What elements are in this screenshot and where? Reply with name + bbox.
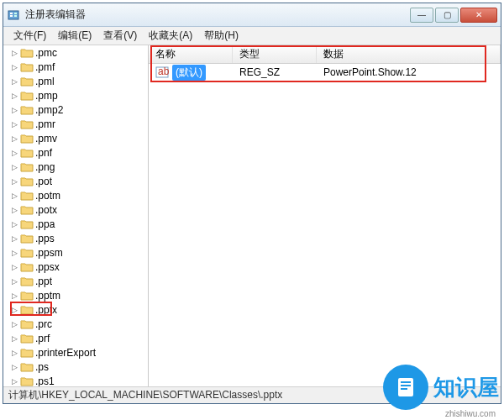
expand-icon[interactable]: ▷	[12, 291, 20, 300]
col-name[interactable]: 名称	[149, 45, 233, 63]
tree-item[interactable]: ▷.ppa	[3, 217, 148, 231]
tree-item[interactable]: ▷.pptm	[3, 288, 148, 302]
expand-icon[interactable]: ▷	[12, 206, 20, 214]
tree-item-label: .pmc	[35, 47, 57, 59]
tree-item[interactable]: ▷.pmr	[3, 117, 148, 131]
tree-item-label: .pmv	[35, 133, 57, 144]
tree-item[interactable]: ▷.prc	[3, 317, 148, 331]
expand-icon[interactable]: ▷	[12, 263, 20, 271]
folder-icon	[20, 375, 34, 387]
status-path: 计算机\HKEY_LOCAL_MACHINE\SOFTWARE\Classes\…	[8, 388, 282, 402]
minimize-button[interactable]: —	[410, 8, 433, 23]
value-row[interactable]: ab(默认)REG_SZPowerPoint.Show.12	[149, 64, 501, 81]
tree-item[interactable]: ▷.ps	[3, 360, 148, 374]
folder-icon	[20, 247, 34, 259]
expand-icon[interactable]: ▷	[12, 234, 20, 243]
tree-item-label: .pmp2	[35, 104, 63, 116]
value-list[interactable]: ab(默认)REG_SZPowerPoint.Show.12	[149, 64, 501, 386]
folder-icon	[20, 218, 34, 230]
folder-icon	[20, 133, 34, 144]
expand-icon[interactable]: ▷	[12, 149, 20, 157]
tree-item[interactable]: ▷.pptx	[3, 302, 148, 317]
tree-item[interactable]: ▷.potx	[3, 202, 148, 217]
svg-rect-1	[10, 13, 13, 14]
tree-item[interactable]: ▷.pmc	[3, 45, 148, 60]
tree-item[interactable]: ▷.pot	[3, 174, 148, 188]
tree-item[interactable]: ▷.png	[3, 160, 148, 174]
tree-item[interactable]: ▷.ps1	[3, 374, 148, 386]
folder-icon	[20, 304, 34, 316]
folder-icon	[20, 233, 34, 244]
window-buttons: — ▢ ✕	[410, 8, 497, 23]
tree-item[interactable]: ▷.ppt	[3, 274, 148, 288]
tree-item[interactable]: ▷.ppsx	[3, 260, 148, 274]
tree-item[interactable]: ▷.pmf	[3, 60, 148, 74]
value-name: (默认)	[172, 65, 206, 81]
expand-icon[interactable]: ▷	[12, 63, 20, 71]
expand-icon[interactable]: ▷	[12, 134, 20, 143]
svg-rect-4	[14, 15, 17, 17]
tree-item[interactable]: ▷.pmp2	[3, 102, 148, 117]
tree-item-label: .pps	[35, 233, 55, 244]
expand-icon[interactable]: ▷	[12, 363, 20, 371]
tree-item-label: .pmp	[35, 90, 58, 102]
tree-item[interactable]: ▷.pmv	[3, 131, 148, 145]
expand-icon[interactable]: ▷	[12, 92, 20, 100]
expand-icon[interactable]: ▷	[12, 377, 20, 386]
statusbar: 计算机\HKEY_LOCAL_MACHINE\SOFTWARE\Classes\…	[3, 386, 501, 403]
col-data[interactable]: 数据	[317, 45, 501, 63]
expand-icon[interactable]: ▷	[12, 220, 20, 228]
folder-icon	[20, 176, 34, 187]
tree-item[interactable]: ▷.pnf	[3, 145, 148, 160]
folder-icon	[20, 261, 34, 273]
menu-view[interactable]: 查看(V)	[98, 27, 142, 45]
menu-help[interactable]: 帮助(H)	[199, 27, 244, 45]
registry-editor-window: 注册表编辑器 — ▢ ✕ 文件(F) 编辑(E) 查看(V) 收藏夹(A) 帮助…	[3, 3, 501, 404]
tree-item-label: .prf	[35, 333, 50, 344]
expand-icon[interactable]: ▷	[12, 49, 20, 57]
expand-icon[interactable]: ▷	[12, 306, 20, 314]
tree-item[interactable]: ▷.ppsm	[3, 245, 148, 260]
registry-tree[interactable]: ▷.pmc▷.pmf▷.pml▷.pmp▷.pmp2▷.pmr▷.pmv▷.pn…	[3, 45, 149, 386]
tree-item[interactable]: ▷.pmp	[3, 88, 148, 102]
folder-icon	[20, 61, 34, 73]
tree-item[interactable]: ▷.printerExport	[3, 345, 148, 360]
svg-rect-2	[10, 15, 13, 17]
content-area: ▷.pmc▷.pmf▷.pml▷.pmp▷.pmp2▷.pmr▷.pmv▷.pn…	[3, 45, 501, 386]
expand-icon[interactable]: ▷	[12, 320, 20, 328]
tree-item[interactable]: ▷.pps	[3, 231, 148, 245]
expand-icon[interactable]: ▷	[12, 177, 20, 186]
tree-item-label: .pmf	[35, 61, 55, 73]
col-type[interactable]: 类型	[233, 45, 317, 63]
tree-item-label: .ps	[35, 361, 49, 373]
window-title: 注册表编辑器	[25, 8, 410, 22]
menu-edit[interactable]: 编辑(E)	[53, 27, 97, 45]
menu-file[interactable]: 文件(F)	[8, 27, 51, 45]
folder-icon	[20, 76, 34, 87]
tree-item[interactable]: ▷.pml	[3, 74, 148, 88]
expand-icon[interactable]: ▷	[12, 334, 20, 343]
folder-icon	[20, 318, 34, 330]
tree-item-label: .png	[35, 161, 55, 173]
tree-item[interactable]: ▷.prf	[3, 331, 148, 345]
expand-icon[interactable]: ▷	[12, 349, 20, 357]
expand-icon[interactable]: ▷	[12, 106, 20, 114]
expand-icon[interactable]: ▷	[12, 277, 20, 286]
expand-icon[interactable]: ▷	[12, 120, 20, 129]
tree-item-label: .pptx	[35, 304, 57, 316]
expand-icon[interactable]: ▷	[12, 192, 20, 200]
close-button[interactable]: ✕	[460, 8, 497, 23]
expand-icon[interactable]: ▷	[12, 77, 20, 86]
tree-item-label: .pnf	[35, 147, 52, 159]
menubar: 文件(F) 编辑(E) 查看(V) 收藏夹(A) 帮助(H)	[3, 27, 501, 45]
expand-icon[interactable]: ▷	[12, 249, 20, 257]
tree-item-label: .pml	[35, 76, 55, 87]
tree-item[interactable]: ▷.potm	[3, 188, 148, 202]
value-data: PowerPoint.Show.12	[317, 66, 501, 78]
titlebar[interactable]: 注册表编辑器 — ▢ ✕	[3, 3, 501, 27]
folder-icon	[20, 47, 34, 59]
menu-favorites[interactable]: 收藏夹(A)	[144, 27, 197, 45]
svg-rect-0	[8, 11, 18, 19]
maximize-button[interactable]: ▢	[435, 8, 459, 23]
expand-icon[interactable]: ▷	[12, 163, 20, 171]
